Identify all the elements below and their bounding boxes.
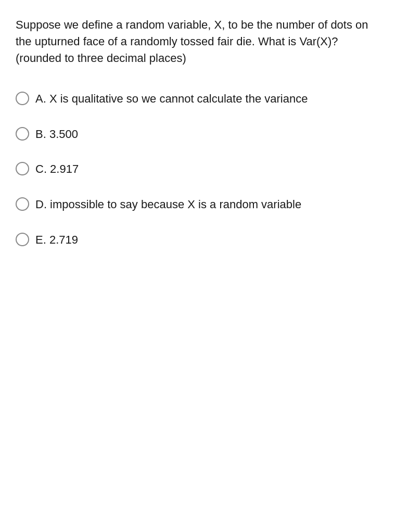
option-d-label: D. impossible to say because X is a rand… <box>35 196 301 213</box>
option-a-label: A. X is qualitative so we cannot calcula… <box>35 91 308 107</box>
option-b-label: B. 3.500 <box>35 126 78 143</box>
radio-button-e[interactable] <box>16 233 29 246</box>
radio-button-b[interactable] <box>16 127 29 141</box>
option-a[interactable]: A. X is qualitative so we cannot calcula… <box>16 81 380 117</box>
question-container: Suppose we define a random variable, X, … <box>16 17 380 258</box>
option-b[interactable]: B. 3.500 <box>16 117 380 152</box>
radio-button-a[interactable] <box>16 92 29 105</box>
question-text: Suppose we define a random variable, X, … <box>16 17 380 67</box>
option-e[interactable]: E. 2.719 <box>16 222 380 258</box>
option-c-label: C. 2.917 <box>35 161 79 178</box>
radio-button-d[interactable] <box>16 197 29 211</box>
option-d[interactable]: D. impossible to say because X is a rand… <box>16 187 380 222</box>
option-c[interactable]: C. 2.917 <box>16 151 380 187</box>
option-e-label: E. 2.719 <box>35 232 78 248</box>
radio-button-c[interactable] <box>16 162 29 175</box>
options-list: A. X is qualitative so we cannot calcula… <box>16 81 380 258</box>
